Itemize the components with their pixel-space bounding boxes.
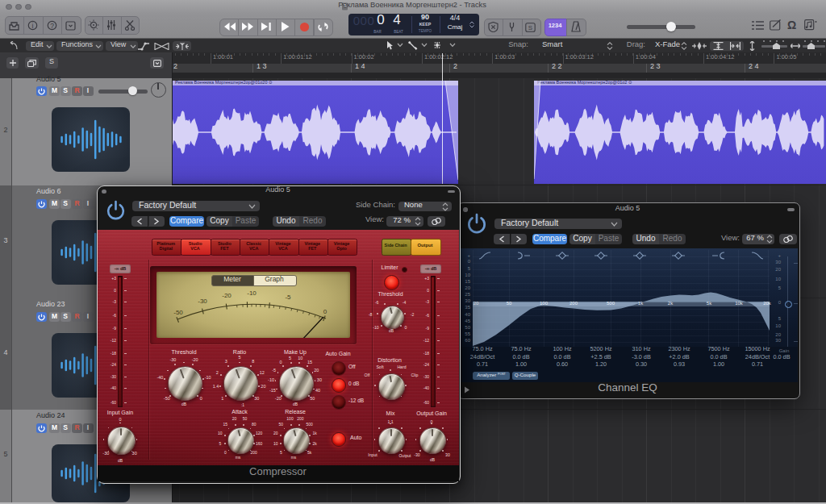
svg-text:S: S — [528, 24, 532, 31]
svg-text:i: i — [32, 21, 34, 29]
svg-text:?: ? — [50, 21, 54, 29]
